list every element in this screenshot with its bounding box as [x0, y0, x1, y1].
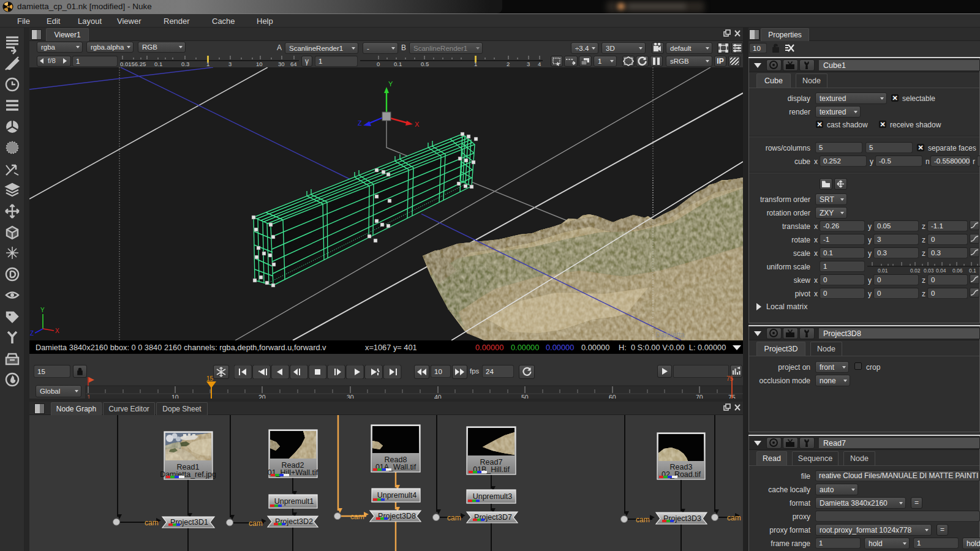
svg-text:0: 0: [377, 61, 380, 67]
svg-text:Damietta: Damietta: [655, 331, 685, 339]
svg-text:X: X: [55, 328, 59, 334]
svg-text:3: 3: [228, 61, 232, 67]
svg-text:0.3: 0.3: [181, 61, 189, 67]
svg-text:0.04: 0.04: [936, 268, 946, 274]
svg-text:cam: cam: [249, 519, 263, 528]
svg-text:0.01: 0.01: [878, 268, 888, 274]
svg-text:Z: Z: [358, 119, 362, 127]
svg-text:Unpremult4: Unpremult4: [377, 491, 417, 500]
svg-text:0.06: 0.06: [952, 268, 963, 274]
svg-text:10: 10: [256, 61, 263, 67]
svg-text:3: 3: [527, 61, 530, 67]
svg-text:1: 1: [206, 61, 209, 67]
svg-text:0.0156.25: 0.0156.25: [120, 61, 146, 67]
svg-text:Z: Z: [30, 330, 34, 337]
svg-text:cam: cam: [447, 514, 461, 522]
svg-text:Y: Y: [388, 80, 393, 88]
svg-text:cam: cam: [727, 514, 741, 522]
svg-text:0.03: 0.03: [924, 268, 934, 274]
svg-text:0.02: 0.02: [910, 268, 921, 274]
svg-text:0.1: 0.1: [969, 268, 976, 274]
svg-text:2: 2: [507, 61, 510, 67]
svg-text:cam: cam: [145, 519, 159, 527]
svg-text:Y: Y: [40, 307, 45, 313]
svg-text:1: 1: [474, 61, 477, 67]
svg-text:0.1: 0.1: [154, 61, 162, 67]
svg-text:64: 64: [290, 61, 297, 67]
svg-text:X: X: [415, 121, 420, 128]
svg-text:75: 75: [726, 375, 734, 382]
svg-text:0.5: 0.5: [421, 61, 429, 67]
svg-text:cam: cam: [636, 515, 650, 524]
svg-text:Unpremult3: Unpremult3: [473, 492, 513, 501]
svg-text:0.1: 0.1: [394, 61, 402, 67]
svg-text:30: 30: [278, 61, 285, 67]
svg-text:Unpremult1: Unpremult1: [274, 497, 314, 506]
svg-text:15: 15: [206, 375, 214, 382]
svg-text:4: 4: [538, 61, 541, 67]
svg-text:cam: cam: [350, 512, 364, 521]
